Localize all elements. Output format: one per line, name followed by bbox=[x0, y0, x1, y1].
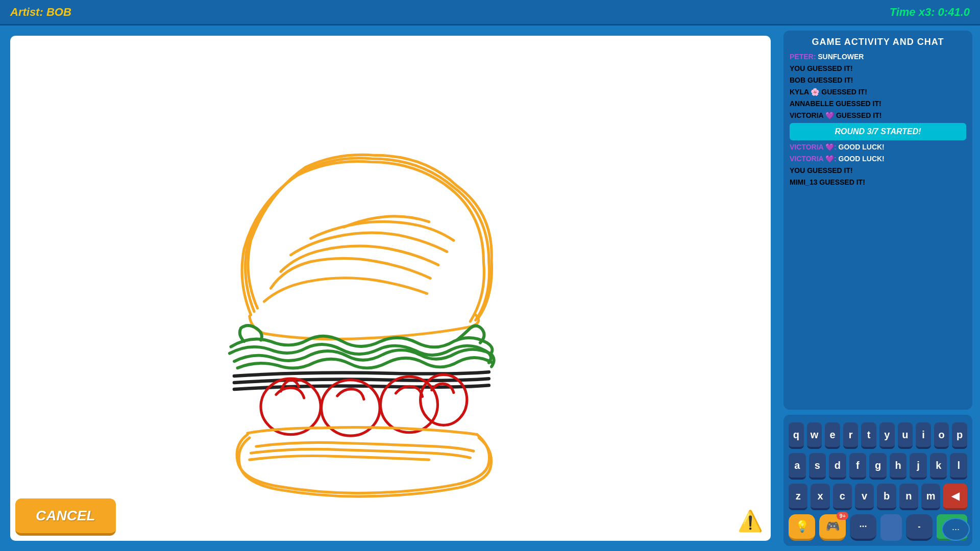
ellipsis-button[interactable]: ··· bbox=[850, 514, 876, 541]
chat-message-8: VICTORIA 💜: GOOD LUCK! bbox=[790, 155, 966, 163]
hint-button[interactable]: 💡 bbox=[789, 514, 815, 541]
svg-point-2 bbox=[380, 377, 437, 432]
key-k[interactable]: k bbox=[930, 453, 947, 480]
key-u[interactable]: u bbox=[898, 422, 913, 449]
key-b[interactable]: b bbox=[877, 484, 896, 510]
key-d[interactable]: d bbox=[829, 453, 846, 480]
drawing-canvas: ⚠️ bbox=[10, 36, 771, 541]
chat-message-0: PETER: SUNFLOWER bbox=[790, 53, 966, 61]
chat-message-4: ANNABELLE GUESSED IT! bbox=[790, 99, 966, 108]
key-c[interactable]: c bbox=[833, 484, 852, 510]
artist-prefix: Artist: bbox=[10, 6, 43, 18]
keyboard-row-1: q w e r t y u i o p bbox=[789, 422, 967, 449]
key-t[interactable]: t bbox=[861, 422, 876, 449]
timer-label-text: Time x3: bbox=[890, 6, 935, 18]
key-n[interactable]: n bbox=[899, 484, 918, 510]
key-w[interactable]: w bbox=[807, 422, 822, 449]
top-bar: Artist: BOB Time x3: 0:41.0 bbox=[0, 0, 980, 26]
key-z[interactable]: z bbox=[789, 484, 807, 510]
chat-message-10: MIMI_13 GUESSED IT! bbox=[790, 178, 966, 186]
chat-title: GAME ACTIVITY AND CHAT bbox=[790, 37, 966, 47]
chat-text-0: SUNFLOWER bbox=[818, 53, 864, 61]
chat-text-7: GOOD LUCK! bbox=[839, 143, 885, 151]
key-p[interactable]: p bbox=[952, 422, 967, 449]
right-panel: GAME ACTIVITY AND CHAT PETER: SUNFLOWER … bbox=[776, 26, 980, 551]
guess-badge-2: BOB GUESSED IT! bbox=[790, 76, 853, 84]
dash-button[interactable]: - bbox=[906, 514, 933, 541]
key-j[interactable]: j bbox=[910, 453, 927, 480]
svg-point-3 bbox=[421, 374, 467, 425]
main-layout: ⚠️ GAME ACTIVITY AND CHAT PETER: SUNFLOW… bbox=[0, 26, 980, 551]
guess-badge-1: YOU GUESSED IT! bbox=[790, 64, 853, 72]
boost-button[interactable]: 🎮 9+ bbox=[819, 514, 846, 541]
key-v[interactable]: v bbox=[855, 484, 874, 510]
backspace-button[interactable]: ◀ bbox=[943, 484, 967, 510]
keyboard-row-2: a s d f g h j k l bbox=[789, 453, 967, 480]
timer-value: 0:41.0 bbox=[938, 6, 970, 18]
chat-message-2: BOB GUESSED IT! bbox=[790, 76, 966, 84]
key-l[interactable]: l bbox=[950, 453, 967, 480]
artist-name: BOB bbox=[46, 6, 71, 18]
artist-label: Artist: BOB bbox=[10, 6, 71, 19]
chat-bubble-button[interactable]: ··· bbox=[942, 518, 970, 541]
chat-player-0: PETER: bbox=[790, 53, 816, 61]
drawing-svg bbox=[10, 36, 771, 541]
chat-section: GAME ACTIVITY AND CHAT PETER: SUNFLOWER … bbox=[783, 31, 972, 410]
timer-display: Time x3: 0:41.0 bbox=[890, 6, 970, 19]
key-x[interactable]: x bbox=[811, 484, 829, 510]
chat-message-3: KYLA 🌸 GUESSED IT! bbox=[790, 88, 966, 96]
key-s[interactable]: s bbox=[809, 453, 826, 480]
key-a[interactable]: a bbox=[789, 453, 806, 480]
guess-badge-9: YOU GUESSED IT! bbox=[790, 166, 853, 174]
round-start-banner: ROUND 3/7 STARTED! bbox=[790, 123, 966, 140]
key-i[interactable]: i bbox=[916, 422, 931, 449]
guess-badge-3: KYLA 🌸 GUESSED IT! bbox=[790, 88, 867, 96]
guess-badge-5: VICTORIA 💜 GUESSED IT! bbox=[790, 111, 881, 119]
keyboard-toolbar: 💡 🎮 9+ ··· - ▶ bbox=[789, 514, 967, 541]
key-y[interactable]: y bbox=[879, 422, 895, 449]
boost-badge: 9+ bbox=[837, 512, 848, 520]
chat-player-7: VICTORIA 💜: bbox=[790, 143, 837, 151]
key-o[interactable]: o bbox=[934, 422, 949, 449]
key-m[interactable]: m bbox=[921, 484, 940, 510]
guess-badge-10: MIMI_13 GUESSED IT! bbox=[790, 178, 865, 186]
cancel-button[interactable]: CANCEL bbox=[15, 498, 116, 536]
warning-icon[interactable]: ⚠️ bbox=[738, 509, 763, 533]
chat-message-7: VICTORIA 💜: GOOD LUCK! bbox=[790, 143, 966, 151]
key-h[interactable]: h bbox=[890, 453, 907, 480]
key-e[interactable]: e bbox=[825, 422, 840, 449]
answer-input-area[interactable] bbox=[880, 514, 902, 541]
guess-badge-4: ANNABELLE GUESSED IT! bbox=[790, 99, 881, 108]
key-r[interactable]: r bbox=[843, 422, 859, 449]
chat-message-1: YOU GUESSED IT! bbox=[790, 64, 966, 72]
chat-message-5: VICTORIA 💜 GUESSED IT! bbox=[790, 111, 966, 119]
chat-text-8: GOOD LUCK! bbox=[839, 155, 885, 163]
keyboard-row-3: z x c v b n m ◀ bbox=[789, 484, 967, 510]
key-g[interactable]: g bbox=[869, 453, 887, 480]
chat-player-8: VICTORIA 💜: bbox=[790, 155, 837, 163]
key-q[interactable]: q bbox=[789, 422, 804, 449]
chat-message-9: YOU GUESSED IT! bbox=[790, 166, 966, 174]
key-f[interactable]: f bbox=[849, 453, 867, 480]
chat-bubble-icon: ··· bbox=[952, 524, 960, 535]
